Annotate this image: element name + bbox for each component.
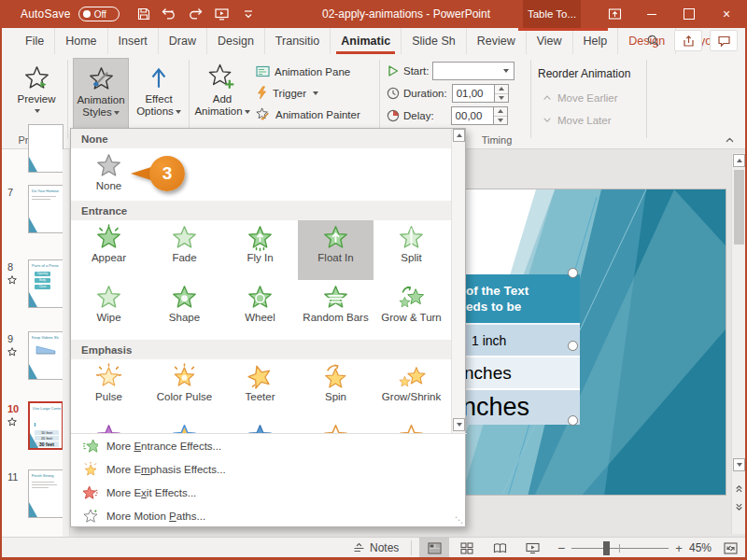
gallery-item-color-pulse[interactable]: Color Pulse	[147, 359, 222, 419]
gallery-item-grow-shrink[interactable]: Grow/Shrink	[374, 359, 449, 419]
close-button[interactable]: ×	[708, 0, 745, 28]
share-button[interactable]	[674, 30, 702, 51]
tab-view[interactable]: View	[526, 28, 572, 54]
scroll-down-button[interactable]	[733, 458, 745, 471]
scroll-up-button[interactable]	[733, 154, 745, 167]
tab-insert[interactable]: Insert	[107, 28, 158, 54]
thumbnail-scrollbar[interactable]	[63, 149, 69, 537]
maximize-button[interactable]	[670, 0, 708, 28]
slide-6-thumbnail-partial[interactable]	[28, 124, 63, 173]
gallery-item-appear[interactable]: Appear	[71, 220, 147, 280]
animation-painter-button[interactable]: Animation Painter	[256, 105, 360, 124]
gallery-item-desaturate[interactable]	[71, 419, 147, 433]
gallery-item-grow-turn[interactable]: Grow & Turn	[374, 280, 449, 340]
move-later-button[interactable]: Move Later	[542, 110, 612, 130]
gallery-item-wheel[interactable]: Wheel	[222, 280, 298, 340]
gallery-item-teeter[interactable]: Teeter	[222, 359, 298, 419]
autosave-toggle[interactable]: Off	[78, 7, 120, 21]
gallery-item-darken[interactable]	[147, 419, 222, 433]
mini-chart	[35, 343, 57, 356]
zoom-level[interactable]: 45%	[689, 538, 712, 558]
more-motion-paths-item[interactable]: More Motion Paths...	[71, 504, 465, 527]
more-entrance-effects-item[interactable]: More Entrance Effects...	[71, 434, 465, 457]
gallery-item-lighten[interactable]	[222, 419, 298, 433]
tab-file[interactable]: File	[15, 28, 54, 54]
gallery-item-font-color[interactable]: A	[374, 419, 449, 433]
duration-spinner[interactable]	[495, 84, 509, 103]
tab-design[interactable]: Design	[206, 28, 264, 54]
slide-10-thumbnail-selected[interactable]: Use Large Conte 10 feet 20 feet 30 feet	[28, 401, 63, 450]
selection-handle[interactable]	[568, 341, 578, 351]
more-emphasis-effects-item[interactable]: More Emphasis Effects...	[71, 457, 465, 481]
tab-slide-show[interactable]: Slide Sh	[401, 28, 466, 54]
slide-9-thumbnail[interactable]: Keep Videos Sh	[28, 331, 63, 380]
customize-toolbar-button[interactable]	[237, 4, 260, 24]
undo-button[interactable]	[159, 4, 181, 24]
scrollbar-thumb[interactable]	[734, 170, 744, 245]
gallery-item-wipe[interactable]: Wipe	[71, 280, 147, 340]
gallery-item-brush-color[interactable]: A	[298, 419, 374, 433]
slide-thumbnail-panel: 7 Do Your Homew 8 Parts of a Prese Openi…	[2, 149, 70, 537]
gallery-item-pulse[interactable]: Pulse	[71, 359, 147, 419]
comments-button[interactable]	[710, 30, 738, 51]
move-earlier-button[interactable]: Move Earlier	[542, 88, 618, 107]
table-tools-contextual-tab[interactable]: Table To...	[523, 0, 581, 28]
normal-view-button[interactable]	[419, 538, 449, 558]
tab-transitions[interactable]: Transitio	[264, 28, 330, 54]
more-exit-effects-item[interactable]: More Exit Effects...	[71, 481, 465, 504]
start-slideshow-button[interactable]	[211, 4, 233, 24]
zoom-slider-track[interactable]	[571, 548, 669, 549]
previous-slide-button[interactable]	[733, 482, 745, 495]
tab-animations[interactable]: Animatic	[330, 28, 401, 54]
slide-8-thumbnail[interactable]: Parts of a Prese Opening Body Close	[28, 259, 63, 308]
selection-handle[interactable]	[568, 268, 578, 278]
search-button[interactable]	[639, 30, 667, 51]
notes-button[interactable]: Notes	[347, 538, 404, 558]
effect-options-button[interactable]: Effect Options	[133, 58, 185, 129]
start-dropdown[interactable]	[432, 62, 514, 80]
tab-help[interactable]: Help	[572, 28, 618, 54]
save-button[interactable]	[133, 4, 155, 24]
slide-11-thumbnail[interactable]: Finish Strong	[28, 469, 63, 518]
selection-handle[interactable]	[568, 415, 578, 426]
animation-styles-button[interactable]: Animation Styles	[73, 58, 129, 129]
vertical-scrollbar[interactable]	[731, 153, 745, 534]
slideshow-view-button[interactable]	[517, 538, 547, 558]
minimize-button[interactable]	[633, 0, 670, 28]
normal-view-icon	[428, 542, 442, 554]
trigger-button[interactable]: Trigger	[256, 83, 318, 103]
gallery-item-fly-in[interactable]: Fly In	[222, 220, 298, 280]
gallery-scroll-down-button[interactable]	[453, 418, 465, 431]
gallery-item-spin[interactable]: Spin	[298, 359, 374, 419]
zoom-out-button[interactable]: −	[555, 538, 568, 558]
preview-button[interactable]: Preview	[9, 58, 63, 129]
delay-spinner[interactable]	[494, 106, 508, 125]
reading-view-button[interactable]	[485, 538, 514, 558]
redo-button[interactable]	[185, 4, 207, 24]
delay-input[interactable]	[451, 106, 494, 125]
collapse-ribbon-button[interactable]	[724, 134, 736, 147]
next-slide-button[interactable]	[733, 500, 745, 513]
gallery-item-float-in[interactable]: Float In	[298, 220, 374, 280]
slide-7-thumbnail[interactable]: Do Your Homew	[28, 185, 63, 233]
gallery-item-random-bars[interactable]: Random Bars	[298, 280, 374, 340]
animation-pane-button[interactable]: Animation Pane	[256, 62, 350, 81]
gallery-item-split[interactable]: Split	[374, 220, 449, 280]
resize-grip[interactable]: ⋱	[455, 515, 462, 525]
tab-draw[interactable]: Draw	[158, 28, 206, 54]
add-animation-button[interactable]: Add Animation	[194, 58, 250, 129]
zoom-in-button[interactable]: +	[672, 538, 685, 558]
gallery-item-fade[interactable]: Fade	[147, 220, 222, 280]
gallery-item-shape[interactable]: Shape	[147, 280, 222, 340]
ribbon-display-options-button[interactable]	[596, 0, 633, 28]
slide-sorter-view-button[interactable]	[452, 538, 482, 558]
zoom-slider-thumb[interactable]	[603, 541, 610, 555]
gallery-scrollbar[interactable]	[451, 129, 465, 433]
autosave-state: Off	[94, 9, 106, 20]
fit-slide-button[interactable]	[719, 538, 741, 558]
start-play-icon	[387, 64, 400, 77]
duration-input[interactable]	[452, 84, 495, 103]
tab-review[interactable]: Review	[466, 28, 526, 54]
tab-home[interactable]: Home	[54, 28, 106, 54]
gallery-scroll-up-button[interactable]	[453, 129, 465, 142]
